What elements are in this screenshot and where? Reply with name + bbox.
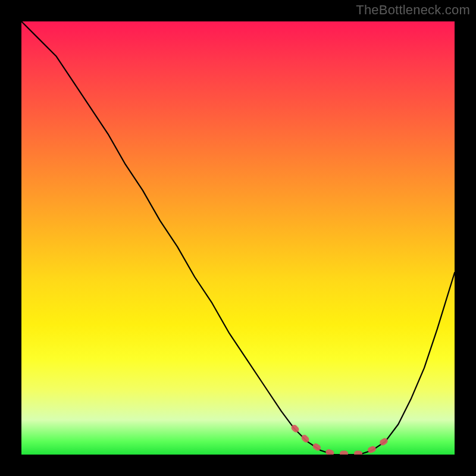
chart-frame: TheBottleneck.com <box>0 0 476 476</box>
watermark-text: TheBottleneck.com <box>356 2 470 18</box>
bottleneck-curve <box>21 21 455 455</box>
curve-svg <box>21 21 455 455</box>
optimal-range-highlight <box>295 428 386 454</box>
plot-area <box>21 21 455 455</box>
